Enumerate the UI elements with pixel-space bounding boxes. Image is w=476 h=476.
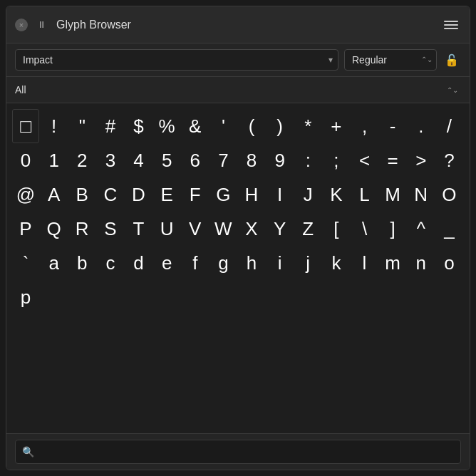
glyph-cell[interactable]: L — [351, 177, 378, 212]
glyph-cell[interactable]: 9 — [267, 143, 294, 177]
glyph-cell[interactable]: o — [435, 246, 462, 280]
glyph-cell[interactable]: ^ — [408, 212, 435, 246]
search-bar: 🔍 — [6, 433, 470, 470]
pause-button[interactable]: ⏸ — [35, 19, 48, 31]
glyph-cell[interactable]: P — [12, 212, 39, 246]
glyph-cell[interactable]: + — [323, 109, 350, 143]
glyph-cell[interactable]: n — [408, 246, 435, 280]
glyph-cell[interactable]: Z — [294, 212, 321, 246]
glyph-cell[interactable]: S — [97, 212, 124, 246]
glyph-cell[interactable]: k — [323, 246, 350, 280]
glyph-cell[interactable]: ) — [267, 109, 294, 143]
glyph-cell[interactable]: 6 — [182, 143, 209, 177]
glyph-cell[interactable]: \ — [351, 212, 378, 246]
glyph-cell[interactable]: E — [153, 177, 180, 212]
glyph-cell[interactable]: p — [12, 280, 39, 314]
glyph-cell[interactable]: ] — [379, 212, 406, 246]
glyph-cell[interactable]: O — [435, 177, 462, 212]
glyph-cell[interactable]: ? — [435, 143, 462, 177]
glyph-cell[interactable]: 3 — [97, 143, 124, 177]
glyph-cell[interactable]: & — [182, 109, 209, 143]
glyph-cell[interactable]: ` — [12, 246, 39, 280]
glyph-cell[interactable]: f — [182, 246, 209, 280]
glyph-cell[interactable]: m — [379, 246, 406, 280]
style-select[interactable]: Regular Bold Italic — [344, 49, 437, 71]
glyph-cell[interactable]: e — [153, 246, 180, 280]
glyph-cell[interactable]: H — [238, 177, 265, 212]
glyph-cell[interactable]: $ — [125, 109, 152, 143]
glyph-cell[interactable]: * — [294, 109, 321, 143]
glyph-cell[interactable]: T — [125, 212, 152, 246]
glyph-cell[interactable]: I — [267, 177, 294, 212]
glyph-cell[interactable]: = — [379, 143, 406, 177]
glyph-cell[interactable]: G — [209, 177, 237, 212]
glyph-cell[interactable]: 7 — [209, 143, 237, 177]
glyph-cell[interactable]: U — [153, 212, 180, 246]
glyph-cell[interactable]: 1 — [41, 143, 68, 177]
close-button[interactable]: × — [15, 19, 28, 31]
controls-row: Impact Regular Bold Italic 🔓 — [6, 43, 470, 77]
glyph-cell[interactable]: K — [323, 177, 350, 212]
menu-button[interactable] — [441, 18, 461, 32]
glyph-browser-panel: × ⏸ Glyph Browser Impact Regular Bold It… — [6, 6, 470, 470]
glyph-cell[interactable]: < — [351, 143, 378, 177]
menu-line-1 — [444, 21, 458, 22]
glyph-cell[interactable]: N — [408, 177, 435, 212]
menu-line-2 — [444, 24, 458, 26]
glyph-cell[interactable]: : — [294, 143, 321, 177]
glyph-cell[interactable]: h — [238, 246, 265, 280]
glyph-cell[interactable]: M — [379, 177, 406, 212]
glyph-cell[interactable]: - — [379, 109, 406, 143]
glyph-cell[interactable]: 2 — [68, 143, 95, 177]
glyph-grid: □!"#$%&'()*+,-./0123456789:;<=>?@ABCDEFG… — [6, 103, 470, 433]
glyph-cell[interactable]: b — [68, 246, 95, 280]
glyph-cell[interactable]: 8 — [238, 143, 265, 177]
glyph-cell[interactable]: . — [408, 109, 435, 143]
glyph-cell[interactable]: " — [68, 109, 95, 143]
search-input[interactable] — [15, 440, 461, 464]
glyph-cell[interactable]: C — [97, 177, 124, 212]
title-bar: × ⏸ Glyph Browser — [6, 6, 470, 43]
glyph-cell[interactable]: ' — [209, 109, 237, 143]
glyph-cell[interactable]: D — [125, 177, 152, 212]
glyph-cell[interactable]: _ — [435, 212, 462, 246]
glyph-cell[interactable]: A — [41, 177, 68, 212]
search-input-wrapper: 🔍 — [15, 440, 461, 464]
glyph-cell[interactable]: F — [182, 177, 209, 212]
glyph-cell[interactable]: 4 — [125, 143, 152, 177]
lock-icon[interactable]: 🔓 — [443, 51, 461, 69]
glyph-cell[interactable]: # — [97, 109, 124, 143]
window-controls: × ⏸ — [15, 19, 48, 31]
glyph-cell[interactable]: [ — [323, 212, 350, 246]
glyph-cell[interactable]: 5 — [153, 143, 180, 177]
filter-row: All Basic Latin Latin Extended Punctuati… — [6, 77, 470, 103]
glyph-cell[interactable]: @ — [12, 177, 39, 212]
glyph-cell[interactable]: d — [125, 246, 152, 280]
glyph-cell[interactable]: 0 — [12, 143, 39, 177]
font-select[interactable]: Impact — [15, 49, 338, 71]
glyph-cell[interactable]: B — [68, 177, 95, 212]
glyph-cell[interactable]: Q — [41, 212, 68, 246]
glyph-cell[interactable]: a — [41, 246, 68, 280]
glyph-cell[interactable]: l — [351, 246, 378, 280]
glyph-cell[interactable]: ! — [41, 109, 68, 143]
glyph-cell[interactable]: Y — [267, 212, 294, 246]
filter-select[interactable]: All Basic Latin Latin Extended Punctuati… — [15, 81, 461, 98]
glyph-cell[interactable]: R — [68, 212, 95, 246]
pause-icon: ⏸ — [37, 19, 46, 30]
glyph-cell[interactable]: □ — [12, 109, 39, 143]
glyph-cell[interactable]: W — [209, 212, 237, 246]
glyph-cell[interactable]: ( — [238, 109, 265, 143]
glyph-cell[interactable]: c — [97, 246, 124, 280]
glyph-cell[interactable]: V — [182, 212, 209, 246]
glyph-cell[interactable]: g — [209, 246, 237, 280]
glyph-cell[interactable]: ; — [323, 143, 350, 177]
glyph-cell[interactable]: i — [267, 246, 294, 280]
glyph-cell[interactable]: J — [294, 177, 321, 212]
glyph-cell[interactable]: / — [435, 109, 462, 143]
glyph-cell[interactable]: , — [351, 109, 378, 143]
glyph-cell[interactable]: X — [238, 212, 265, 246]
glyph-cell[interactable]: j — [294, 246, 321, 280]
glyph-cell[interactable]: % — [153, 109, 180, 143]
glyph-cell[interactable]: > — [408, 143, 435, 177]
